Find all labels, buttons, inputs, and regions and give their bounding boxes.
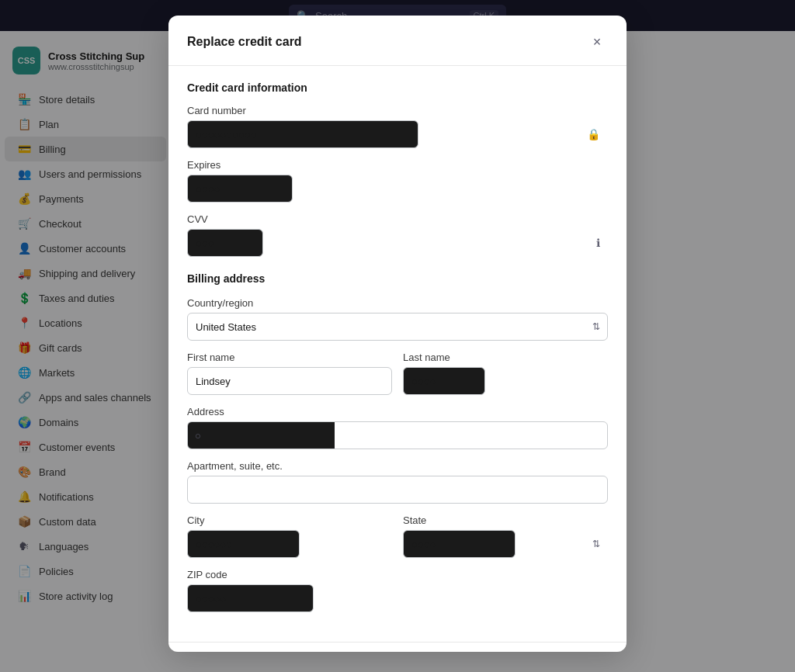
modal-body: Credit card information Card number 🔒 Ex…: [168, 66, 627, 642]
zip-group: ZIP code: [187, 569, 608, 612]
state-select-wrapper: ●●●● ⇅: [403, 530, 608, 558]
last-name-input[interactable]: [403, 367, 485, 395]
address-group: Address ○: [187, 406, 608, 449]
state-select-arrows-icon: ⇅: [592, 539, 600, 549]
billing-address-section-title: Billing address: [187, 272, 608, 285]
modal-header: Replace credit card ×: [168, 16, 627, 66]
city-label: City: [187, 514, 392, 526]
country-label: Country/region: [187, 297, 608, 309]
modal-footer: Cancel Replace credit card: [168, 642, 627, 652]
modal-overlay: Replace credit card × Credit card inform…: [0, 0, 795, 672]
card-number-group: Card number 🔒: [187, 105, 608, 148]
lock-icon: 🔒: [587, 128, 600, 140]
apt-group: Apartment, suite, etc.: [187, 460, 608, 504]
location-icon: ○: [195, 430, 201, 442]
close-icon: ×: [593, 34, 602, 50]
city-group: City: [187, 514, 392, 558]
last-name-label: Last name: [403, 352, 608, 363]
zip-input[interactable]: [187, 584, 314, 612]
name-row: First name Last name: [187, 352, 608, 406]
expires-input[interactable]: [187, 175, 293, 203]
city-input[interactable]: [187, 530, 300, 558]
state-select[interactable]: ●●●●: [403, 530, 516, 558]
cvv-group: CVV ℹ: [187, 213, 608, 257]
cvv-input[interactable]: [187, 229, 263, 257]
last-name-group: Last name: [403, 352, 608, 395]
apt-label: Apartment, suite, etc.: [187, 460, 608, 472]
state-group: State ●●●● ⇅: [403, 514, 608, 558]
country-select[interactable]: United States: [187, 313, 608, 341]
replace-credit-card-modal: Replace credit card × Credit card inform…: [168, 16, 627, 652]
modal-title: Replace credit card: [187, 35, 302, 49]
cvv-label: CVV: [187, 213, 608, 225]
card-number-label: Card number: [187, 105, 608, 116]
country-group: Country/region United States ⇅: [187, 297, 608, 341]
address-input[interactable]: [187, 421, 608, 449]
country-select-wrapper: United States ⇅: [187, 313, 608, 341]
state-label: State: [403, 514, 608, 526]
info-icon: ℹ: [596, 237, 600, 249]
city-state-row: City State ●●●● ⇅: [187, 514, 608, 569]
credit-card-section-title: Credit card information: [187, 81, 608, 94]
card-number-input[interactable]: [187, 120, 418, 148]
first-name-input[interactable]: [187, 367, 392, 395]
zip-label: ZIP code: [187, 569, 608, 580]
expires-label: Expires: [187, 159, 608, 171]
apt-input[interactable]: [187, 476, 608, 504]
address-wrapper: ○: [187, 421, 608, 449]
expires-group: Expires: [187, 159, 608, 203]
first-name-label: First name: [187, 352, 392, 363]
card-number-wrapper: 🔒: [187, 120, 608, 148]
address-label: Address: [187, 406, 608, 417]
section-divider: Billing address: [187, 272, 608, 285]
close-modal-button[interactable]: ×: [586, 31, 608, 53]
first-name-group: First name: [187, 352, 392, 395]
cvv-wrapper: ℹ: [187, 229, 608, 257]
